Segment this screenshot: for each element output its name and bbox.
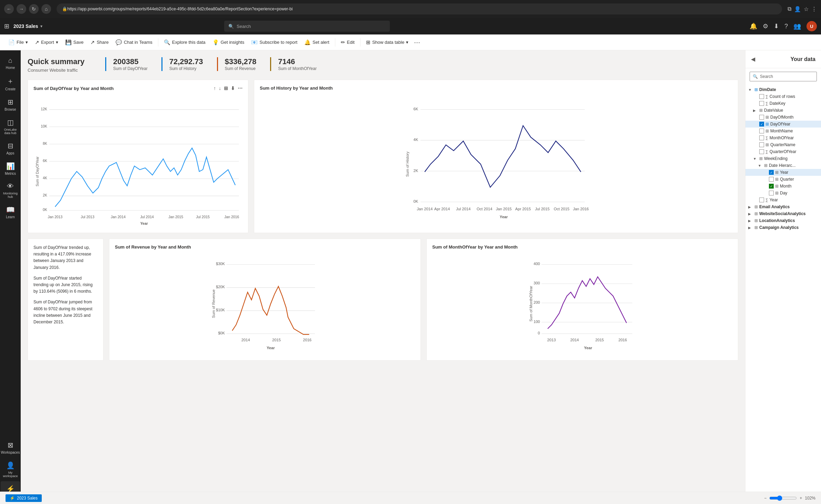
collapse-panel-button[interactable]: ◀ (751, 56, 755, 62)
back-button[interactable]: ← (4, 4, 14, 14)
toolbar-divider-2 (335, 38, 335, 47)
day-checkbox[interactable] (769, 191, 774, 195)
grid-menu-icon[interactable]: ⊞ (4, 22, 9, 30)
notification-icon[interactable]: 🔔 (750, 22, 757, 30)
zoom-out-button[interactable]: − (764, 496, 766, 501)
tree-weekending[interactable]: ▼ ⊞ WeekEnding (745, 155, 821, 162)
sort-desc-icon[interactable]: ↓ (219, 85, 221, 91)
zoom-slider[interactable] (769, 495, 797, 501)
settings-icon[interactable]: ⚙ (763, 22, 768, 30)
tree-day[interactable]: ⊞ Day (745, 190, 821, 196)
left-sidebar: ⌂ Home ＋ Create ⊞ Browse ◫ OneLake data … (0, 50, 21, 504)
svg-text:2014: 2014 (570, 338, 579, 342)
sidebar-item-home[interactable]: ⌂ Home (1, 53, 20, 73)
sidebar-item-workspaces[interactable]: ⊠ Workspaces (1, 437, 20, 458)
export-button[interactable]: ↗ Export ▾ (32, 38, 61, 47)
tree-month[interactable]: ✓ ⊞ Month (745, 183, 821, 190)
home-button[interactable]: ⌂ (41, 4, 51, 14)
sidebar-item-apps[interactable]: ⊟ Apps (1, 138, 20, 159)
metrics-icon: 📊 (6, 162, 15, 170)
monthname-checkbox[interactable] (759, 129, 764, 133)
sidebar-item-learn[interactable]: 📖 Learn (1, 202, 20, 222)
zoom-in-button[interactable]: + (800, 496, 802, 501)
chart-revenue[interactable]: Sum of Revenue by Year and Month $30K $2… (109, 239, 421, 361)
tree-location-analytics[interactable]: ▶ ⊞ LocationAnalytics (745, 217, 821, 224)
settings-icon[interactable]: ⋮ (811, 6, 817, 12)
tree-count-rows[interactable]: ∑ Count of rows (745, 93, 821, 100)
tree-dimdate[interactable]: ▼ ⊞ DimDate (745, 86, 821, 93)
tree-quarterofyear[interactable]: ∑ QuarterOfYear (745, 148, 821, 155)
drill-icon[interactable]: ⬇ (231, 85, 235, 91)
expand-icon[interactable]: ⊞ (224, 85, 228, 91)
forward-button[interactable]: → (17, 4, 26, 14)
explore-button[interactable]: 🔍 Explore this data (161, 38, 208, 47)
svg-text:Oct 2015: Oct 2015 (554, 207, 569, 211)
file-button[interactable]: 📄 File ▾ (6, 38, 31, 47)
reload-button[interactable]: ↻ (29, 4, 39, 14)
chevron-down-icon[interactable]: ▾ (40, 24, 42, 29)
tree-dayofyear[interactable]: ✓ ⊞ DayOfYear (745, 121, 821, 128)
quarter-checkbox[interactable] (769, 177, 774, 182)
show-data-button[interactable]: ⊞ Show data table ▾ (363, 38, 411, 47)
svg-text:$0K: $0K (218, 331, 225, 335)
tree-year-sigma[interactable]: ∑ Year (745, 196, 821, 203)
chart-history[interactable]: Sum of History by Year and Month 6K 4K 2… (254, 80, 738, 233)
sidebar-item-metrics[interactable]: 📊 Metrics (1, 159, 20, 179)
app-search-bar[interactable]: 🔍 Search (224, 21, 390, 32)
extensions-icon[interactable]: ⧉ (788, 6, 791, 12)
svg-text:Year: Year (140, 222, 148, 225)
svg-text:Jul 2015: Jul 2015 (196, 215, 210, 219)
subscribe-button[interactable]: 📧 Subscribe to report (248, 38, 300, 47)
tree-datekey[interactable]: ∑ DateKey (745, 100, 821, 107)
tree-monthname[interactable]: ⊞ MonthName (745, 128, 821, 134)
year-hier-checkbox[interactable]: ✓ (769, 170, 774, 175)
tree-website-social[interactable]: ▶ ⊞ WebsiteSocialAnalytics (745, 210, 821, 217)
sidebar-item-my-workspace[interactable]: 👤 My workspace (1, 458, 20, 481)
chat-button[interactable]: 💬 Chat in Teams (113, 38, 155, 47)
sidebar-item-create[interactable]: ＋ Create (1, 73, 20, 94)
sidebar-item-onelake[interactable]: ◫ OneLake data hub (1, 115, 20, 138)
tree-email-analytics[interactable]: ▶ ⊞ Email Analytics (745, 203, 821, 210)
filter-search[interactable]: 🔍 Search (750, 72, 817, 81)
save-button[interactable]: 💾 Save (62, 38, 87, 47)
tree-datevalue[interactable]: ▶ ⊞ DateValue (745, 107, 821, 114)
profile-icon[interactable]: 👤 (794, 6, 801, 12)
chart-dayofyear[interactable]: Sum of DayOfYear by Year and Month ↑ ↓ ⊞… (28, 80, 248, 233)
dayofyear-checkbox[interactable]: ✓ (759, 122, 764, 127)
avatar[interactable]: U (807, 21, 817, 31)
help-icon[interactable]: ? (784, 23, 788, 30)
more-options-button[interactable]: ⋯ (414, 39, 420, 46)
tree-datehierarchy[interactable]: ▼ ⊞ Date Hierarc... (745, 162, 821, 169)
insights-button[interactable]: 💡 Get insights (210, 38, 247, 47)
quarterofyear-checkbox[interactable] (759, 149, 764, 154)
edit-button[interactable]: ✏ Edit (338, 38, 357, 47)
kpi-value-2: 72,292.73 (169, 57, 203, 66)
url-bar[interactable]: 🔒 https://app.powerbi.com/groups/me/repo… (57, 3, 782, 14)
sidebar-item-monitoring[interactable]: 👁 Monitoring hub (1, 179, 20, 202)
page-tab-2023-sales[interactable]: ⚡ 2023 Sales (6, 494, 42, 502)
svg-text:4K: 4K (43, 176, 47, 180)
table-icon-3: ⊞ (759, 156, 763, 161)
tree-year-hier[interactable]: ✓ ⊞ Year (745, 169, 821, 176)
tree-quarter[interactable]: ⊞ Quarter (745, 176, 821, 183)
tree-quartername[interactable]: ⊞ QuarterName (745, 141, 821, 148)
count-rows-checkbox[interactable] (759, 94, 764, 99)
quartername-checkbox[interactable] (759, 142, 764, 147)
dayofmonth-checkbox[interactable] (759, 115, 764, 120)
share-icon[interactable]: 👥 (793, 22, 801, 30)
star-icon[interactable]: ☆ (804, 6, 809, 12)
more-icon[interactable]: ⋯ (238, 85, 243, 91)
download-icon[interactable]: ⬇ (774, 22, 779, 30)
month-checkbox[interactable]: ✓ (769, 184, 774, 189)
year-sigma-checkbox[interactable] (759, 198, 764, 202)
datekey-checkbox[interactable] (759, 101, 764, 106)
alert-button[interactable]: 🔔 Set alert (301, 38, 332, 47)
share-button[interactable]: ↗ Share (88, 38, 111, 47)
tree-dayofmonth[interactable]: ⊞ DayOfMonth (745, 114, 821, 121)
tree-campaign-analytics[interactable]: ▶ ⊞ Campaign Analytics (745, 224, 821, 231)
chart-monthofyear[interactable]: Sum of MonthOfYear by Year and Month 400… (426, 239, 738, 361)
monthofyear-checkbox[interactable] (759, 135, 764, 140)
sidebar-item-browse[interactable]: ⊞ Browse (1, 94, 20, 115)
tree-monthofyear[interactable]: ∑ MonthOfYear (745, 134, 821, 141)
sort-asc-icon[interactable]: ↑ (214, 85, 216, 91)
